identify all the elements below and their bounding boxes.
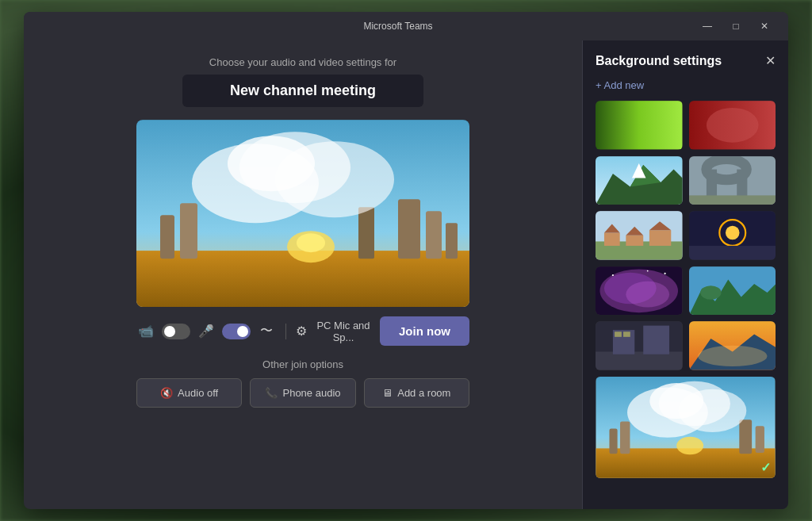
- join-now-button[interactable]: Join now: [380, 316, 469, 346]
- svg-point-47: [700, 285, 721, 300]
- svg-point-13: [297, 233, 325, 252]
- bg-panel-close-button[interactable]: ✕: [765, 53, 776, 68]
- bg-nebula[interactable]: [596, 266, 683, 316]
- svg-point-36: [725, 226, 739, 240]
- phone-audio-button[interactable]: 📞 Phone audio: [250, 378, 355, 408]
- bg-painted-landscape[interactable]: [689, 321, 776, 370]
- controls-bar: 📹 🎤 〜 ⚙ PC Mic and Sp... Joi: [136, 316, 469, 346]
- svg-rect-60: [620, 421, 630, 454]
- bg-panel-header: Background settings ✕: [596, 53, 776, 68]
- window-controls: — □ ✕: [696, 15, 776, 37]
- add-room-label: Add a room: [397, 387, 450, 399]
- bg-panel-title: Background settings: [596, 54, 722, 68]
- svg-rect-2: [160, 215, 174, 259]
- svg-rect-59: [609, 429, 617, 454]
- audio-device-label: PC Mic and Sp...: [313, 320, 373, 343]
- video-toggle[interactable]: [162, 324, 190, 339]
- meeting-title: New channel meeting: [230, 82, 376, 99]
- add-new-button[interactable]: + Add new: [596, 79, 776, 91]
- add-room-button[interactable]: 🖥 Add a room: [364, 378, 469, 408]
- svg-rect-52: [615, 332, 622, 338]
- svg-point-41: [626, 282, 669, 308]
- bg-forest-rocks[interactable]: [689, 266, 776, 316]
- svg-rect-37: [689, 246, 776, 260]
- bg-color-row: [596, 101, 776, 150]
- phone-icon: 📞: [265, 387, 278, 399]
- mic-icon: 🎤: [197, 324, 216, 339]
- svg-rect-62: [756, 426, 764, 453]
- svg-rect-30: [626, 236, 643, 246]
- svg-point-56: [697, 346, 767, 366]
- divider: [285, 324, 286, 339]
- bg-scifi[interactable]: [689, 211, 776, 260]
- window-title: Microsoft Teams: [100, 21, 696, 32]
- svg-rect-32: [649, 230, 671, 246]
- svg-point-16: [706, 108, 758, 143]
- option-buttons: 🔇 Audio off 📞 Phone audio 🖥 Add a room: [136, 378, 469, 408]
- bg-grid: [596, 156, 776, 478]
- svg-rect-4: [398, 199, 420, 259]
- svg-rect-61: [739, 419, 752, 454]
- svg-rect-49: [596, 352, 683, 370]
- video-icon: 📹: [136, 324, 155, 339]
- bg-arch-ruins[interactable]: [689, 156, 776, 205]
- svg-rect-6: [446, 223, 458, 259]
- mic-toggle[interactable]: [222, 324, 251, 339]
- svg-rect-7: [358, 207, 374, 259]
- bg-village[interactable]: [596, 211, 683, 260]
- svg-point-42: [612, 274, 614, 276]
- maximize-button[interactable]: □: [725, 15, 747, 37]
- other-options-label: Other join options: [262, 358, 343, 370]
- title-bar: Microsoft Teams — □ ✕: [24, 12, 788, 40]
- speaker-mute-icon: 🔇: [160, 387, 173, 399]
- bg-fantasy-sky[interactable]: [596, 377, 776, 478]
- add-room-icon: 🖥: [382, 387, 393, 399]
- bg-mountains[interactable]: [596, 156, 683, 205]
- left-panel: Choose your audio and video settings for…: [24, 40, 582, 509]
- bg-street-rain[interactable]: [596, 321, 683, 370]
- minimize-button[interactable]: —: [696, 15, 718, 37]
- svg-point-43: [665, 273, 666, 274]
- svg-rect-53: [623, 332, 630, 338]
- svg-point-11: [228, 136, 315, 191]
- svg-rect-3: [180, 203, 197, 259]
- svg-rect-14: [596, 101, 683, 149]
- svg-point-67: [676, 437, 703, 455]
- settings-icon[interactable]: ⚙: [296, 324, 307, 339]
- video-preview: [136, 120, 469, 307]
- phone-audio-label: Phone audio: [282, 387, 340, 399]
- svg-point-44: [647, 270, 649, 272]
- content-area: Choose your audio and video settings for…: [24, 40, 788, 509]
- svg-rect-5: [426, 211, 442, 259]
- audio-off-label: Audio off: [178, 387, 218, 399]
- svg-rect-51: [643, 326, 669, 354]
- bg-red-blur[interactable]: [689, 101, 776, 150]
- bg-green-gradient[interactable]: [596, 101, 683, 150]
- audio-off-button[interactable]: 🔇 Audio off: [136, 378, 242, 408]
- video-preview-svg: [136, 120, 469, 307]
- svg-point-66: [649, 383, 703, 419]
- meeting-title-box: New channel meeting: [182, 75, 423, 107]
- main-window: Microsoft Teams — □ ✕ Choose your audio …: [24, 12, 788, 509]
- close-button[interactable]: ✕: [753, 15, 776, 37]
- meeting-subtitle: Choose your audio and video settings for: [209, 56, 396, 68]
- noise-suppress-icon: 〜: [257, 323, 276, 339]
- svg-rect-25: [689, 195, 776, 205]
- background-settings-panel: Background settings ✕ + Add new: [582, 40, 788, 509]
- svg-rect-28: [604, 233, 620, 246]
